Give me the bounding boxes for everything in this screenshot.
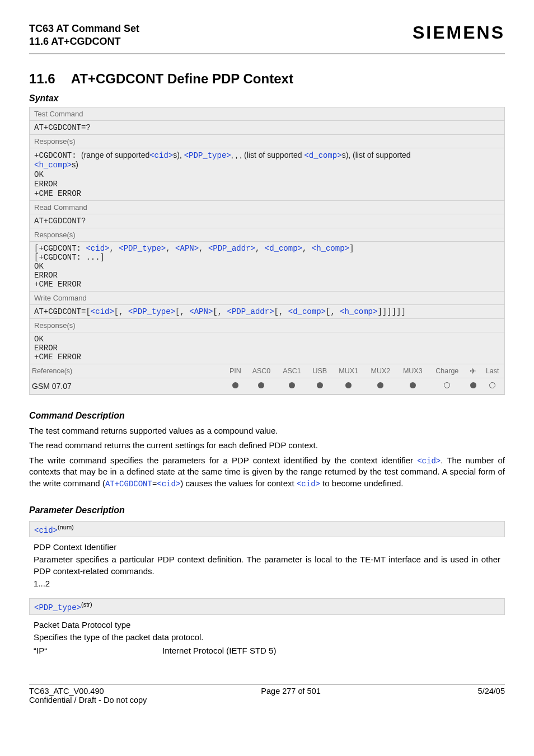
- references-label: Reference(s): [30, 364, 224, 378]
- param-pdp-type[interactable]: <PDP_type>: [184, 151, 231, 160]
- param-apn[interactable]: <APN>: [175, 244, 199, 253]
- param-pdptype-name[interactable]: <PDP_type>: [34, 603, 81, 612]
- page-header: TC63 AT Command Set 11.6 AT+CGDCONT SIEM…: [29, 22, 505, 48]
- param-pdptype-body: Packet Data Protocol type Specifies the …: [29, 615, 505, 661]
- link-at-cgdcont[interactable]: AT+CGDCONT: [105, 480, 152, 489]
- param-pdptype-type: (str): [81, 601, 92, 608]
- param-cid-range: 1...2: [34, 578, 500, 589]
- param-pdp-type[interactable]: <PDP_type>: [119, 244, 166, 253]
- param-cid[interactable]: <cid>: [417, 457, 441, 466]
- header-rule: [29, 53, 505, 54]
- param-d-comp[interactable]: <d_comp>: [304, 151, 341, 160]
- cmd-desc-p2: The read command returns the current set…: [29, 440, 505, 451]
- test-command-box: Test Command AT+CGDCONT=? Response(s) +C…: [29, 107, 505, 200]
- footer-rule: [29, 684, 505, 684]
- dot-asc0: [246, 378, 277, 395]
- reference-value: GSM 07.07: [30, 378, 224, 395]
- write-command-label: Write Command: [30, 292, 504, 305]
- param-cid-name[interactable]: <cid>: [34, 525, 58, 534]
- dot-pin: [224, 378, 246, 395]
- col-mux1: MUX1: [332, 364, 364, 378]
- param-cid-box: <cid>(num): [29, 521, 505, 538]
- reference-box: Reference(s) PIN ASC0 ASC1 USB MUX1 MUX2…: [29, 364, 505, 395]
- dot-mux3: [397, 378, 429, 395]
- dot-charge: [429, 378, 466, 395]
- param-h-comp[interactable]: <h_comp>: [312, 244, 349, 253]
- read-command-box: Read Command AT+CGDCONT? Response(s) [+C…: [29, 200, 505, 291]
- param-h-comp[interactable]: <h_comp>: [34, 161, 72, 170]
- test-response-body: +CGDCONT: (range of supported<cid>s), <P…: [30, 148, 504, 200]
- test-command-label: Test Command: [30, 107, 504, 121]
- param-d-comp[interactable]: <d_comp>: [288, 307, 326, 316]
- footer-date: 5/24/05: [478, 687, 505, 696]
- param-pdp-type[interactable]: <PDP_type>: [128, 307, 175, 316]
- dot-asc1: [277, 378, 307, 395]
- dot-mux1: [332, 378, 364, 395]
- section-title: AT+CGDCONT Define PDP Context: [71, 71, 293, 86]
- write-response-body: OK ERROR +CME ERROR: [30, 332, 504, 364]
- param-cid[interactable]: <cid>: [149, 151, 173, 160]
- doc-title: TC63 AT Command Set: [29, 22, 139, 35]
- col-asc0: ASC0: [246, 364, 277, 378]
- airplane-icon: ✈: [470, 367, 476, 375]
- read-responses-label: Response(s): [30, 228, 504, 242]
- brand-logo: SIEMENS: [413, 22, 505, 43]
- command-description-heading: Command Description: [29, 411, 505, 421]
- col-mux2: MUX2: [364, 364, 396, 378]
- param-d-comp[interactable]: <d_comp>: [265, 244, 302, 253]
- param-cid[interactable]: <cid>: [157, 480, 180, 489]
- param-cid[interactable]: <cid>: [86, 244, 109, 253]
- param-pdptype-val: Internet Protocol (IETF STD 5): [162, 645, 276, 656]
- col-last: Last: [481, 364, 505, 378]
- syntax-heading: Syntax: [29, 93, 505, 104]
- param-cid-text: Parameter specifies a particular PDP con…: [34, 554, 500, 577]
- param-pdp-addr[interactable]: <PDP_addr>: [227, 307, 274, 316]
- read-command-label: Read Command: [30, 201, 504, 214]
- param-pdptype-box: <PDP_type>(str): [29, 598, 505, 615]
- param-pdp-addr[interactable]: <PDP_addr>: [208, 244, 255, 253]
- read-response-body: [+CGDCONT: <cid>, <PDP_type>, <APN>, <PD…: [30, 242, 504, 291]
- param-cid[interactable]: <cid>: [297, 480, 320, 489]
- footer-confidential: Confidential / Draft - Do not copy: [29, 696, 505, 705]
- param-pdptype-text: Specifies the type of the packet data pr…: [34, 632, 500, 643]
- dot-last: [481, 378, 505, 395]
- col-airplane: ✈: [466, 364, 481, 378]
- param-apn[interactable]: <APN>: [189, 307, 213, 316]
- parameter-description-heading: Parameter Description: [29, 505, 505, 515]
- cmd-desc-p1: The test command returns supported value…: [29, 425, 505, 436]
- col-charge: Charge: [429, 364, 466, 378]
- param-h-comp[interactable]: <h_comp>: [340, 307, 377, 316]
- doc-subtitle: 11.6 AT+CGDCONT: [29, 35, 139, 48]
- write-command-box: Write Command AT+CGDCONT=[<cid>[, <PDP_t…: [29, 291, 505, 364]
- param-cid-body: PDP Context Identifier Parameter specifi…: [29, 537, 505, 593]
- read-command: AT+CGDCONT?: [30, 214, 504, 228]
- section-number: 11.6: [29, 71, 55, 87]
- col-pin: PIN: [224, 364, 246, 378]
- param-cid-title: PDP Context Identifier: [34, 542, 500, 553]
- cmd-desc-p3: The write command specifies the paramete…: [29, 455, 505, 490]
- reference-table: Reference(s) PIN ASC0 ASC1 USB MUX1 MUX2…: [30, 364, 504, 395]
- section-heading: 11.6AT+CGDCONT Define PDP Context: [29, 71, 505, 87]
- param-cid-type: (num): [58, 524, 74, 530]
- dot-usb: [307, 378, 332, 395]
- page-footer: TC63_ATC_V00.490 Page 277 of 501 5/24/05: [29, 685, 505, 696]
- dot-mux2: [364, 378, 396, 395]
- param-pdptype-title: Packet Data Protocol type: [34, 619, 500, 631]
- write-command: AT+CGDCONT=[<cid>[, <PDP_type>[, <APN>[,…: [30, 305, 504, 319]
- footer-page: Page 277 of 501: [261, 687, 320, 696]
- col-mux3: MUX3: [397, 364, 429, 378]
- col-asc1: ASC1: [277, 364, 307, 378]
- write-responses-label: Response(s): [30, 319, 504, 332]
- param-pdptype-key: “IP“: [34, 645, 162, 656]
- dot-airplane: [466, 378, 481, 395]
- param-cid[interactable]: <cid>: [91, 307, 114, 316]
- footer-doc-id: TC63_ATC_V00.490: [29, 687, 104, 696]
- col-usb: USB: [307, 364, 332, 378]
- test-responses-label: Response(s): [30, 135, 504, 148]
- test-command: AT+CGDCONT=?: [30, 121, 504, 135]
